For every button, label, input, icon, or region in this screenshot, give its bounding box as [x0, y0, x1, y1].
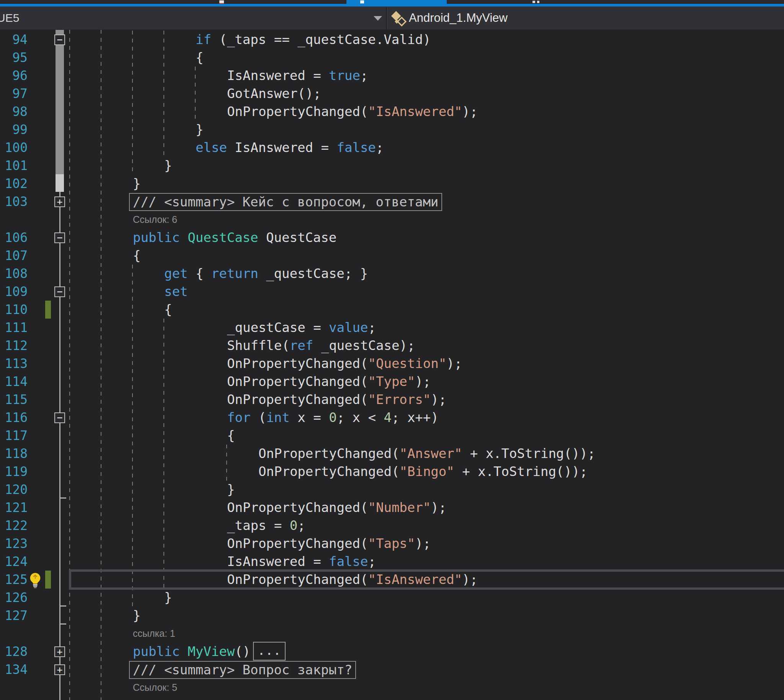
collapsed-body-ellipsis[interactable]: ... — [253, 642, 286, 660]
code-token: _taps = — [227, 518, 290, 533]
code-token: ; x < — [337, 410, 384, 425]
line-number[interactable]: 115 — [0, 391, 28, 408]
fold-collapse-box[interactable]: − — [54, 287, 65, 297]
code-line-text[interactable]: { — [227, 427, 235, 445]
line-number[interactable]: 121 — [0, 498, 28, 517]
line-number[interactable]: 94 — [0, 31, 28, 48]
fold-expand-box[interactable]: + — [54, 197, 65, 207]
code-token — [180, 698, 188, 700]
code-line-text[interactable]: OnPropertyChanged("Answer" + x.ToString(… — [258, 445, 595, 463]
code-line-text[interactable]: OnPropertyChanged("Type"); — [227, 373, 431, 391]
codelens-text[interactable]: Ссылок: 6 — [133, 211, 177, 228]
code-line-text[interactable]: get { return _questCase; } — [164, 265, 368, 283]
code-line-text[interactable]: { — [133, 247, 140, 265]
line-number[interactable]: 103 — [0, 193, 28, 211]
lightbulb-icon[interactable] — [28, 572, 43, 588]
line-number[interactable]: 107 — [0, 247, 28, 265]
line-number[interactable]: 113 — [0, 355, 28, 373]
code-token: ; — [298, 518, 305, 533]
code-token: 0 — [329, 410, 336, 425]
code-line-text[interactable]: } — [196, 121, 203, 138]
project-dropdown[interactable]: UE5 — [0, 7, 19, 29]
code-line-text[interactable]: _questCase = value; — [227, 318, 376, 337]
code-line-text[interactable]: IsAnswered = false; — [227, 553, 376, 570]
code-line-text[interactable]: Shuffle(ref _questCase); — [227, 337, 415, 355]
code-row: 114OnPropertyChanged("Type"); — [0, 373, 784, 391]
code-line-text[interactable]: GotAnswer(); — [227, 85, 321, 103]
code-line-text[interactable]: for (int x = 0; x < 4; x++) — [227, 408, 439, 427]
line-number[interactable]: 128 — [0, 643, 28, 660]
code-line-text[interactable]: { — [196, 48, 203, 67]
class-icon — [391, 10, 407, 27]
line-number[interactable]: 99 — [0, 121, 28, 138]
code-line-text[interactable]: public bool IsAnswered { get; private se… — [133, 697, 478, 700]
line-number[interactable]: 98 — [0, 103, 28, 121]
line-number[interactable]: 108 — [0, 265, 28, 283]
fold-expand-box[interactable]: + — [54, 664, 65, 675]
code-token: ref — [290, 338, 313, 353]
code-line-text[interactable]: if (_taps == _questCase.Valid) — [196, 31, 431, 48]
code-line-text[interactable]: IsAnswered = true; — [227, 67, 368, 85]
line-number[interactable]: 126 — [0, 588, 28, 607]
code-line-text[interactable]: } — [227, 481, 235, 498]
fold-collapse-box[interactable]: − — [54, 412, 65, 423]
fold-collapse-box[interactable]: − — [54, 35, 65, 45]
code-token: Shuffle( — [227, 338, 290, 353]
line-number[interactable]: 119 — [0, 463, 28, 481]
line-number[interactable]: 123 — [0, 535, 28, 553]
code-line-text[interactable]: { — [164, 301, 172, 318]
line-number[interactable]: 134 — [0, 660, 28, 678]
code-line-text[interactable]: public MyView() — [133, 643, 250, 660]
line-number[interactable]: 95 — [0, 48, 28, 67]
line-number[interactable]: 96 — [0, 67, 28, 85]
code-line-text[interactable]: OnPropertyChanged("Taps"); — [227, 535, 431, 553]
line-number[interactable]: 124 — [0, 553, 28, 570]
line-number[interactable]: 118 — [0, 445, 28, 463]
code-line-text[interactable]: OnPropertyChanged("IsAnswered"); — [227, 570, 478, 588]
line-number[interactable]: 120 — [0, 481, 28, 498]
line-number[interactable]: 97 — [0, 85, 28, 103]
code-line-text[interactable]: public QuestCase QuestCase — [133, 228, 336, 247]
line-number[interactable]: 102 — [0, 175, 28, 193]
code-line-text[interactable]: set — [164, 283, 188, 301]
line-number[interactable]: 106 — [0, 228, 28, 247]
code-line-text[interactable]: _taps = 0; — [227, 517, 305, 535]
code-token: OnPropertyChanged( — [227, 536, 368, 551]
code-token: ; — [352, 698, 368, 700]
code-line-text[interactable]: OnPropertyChanged("Errors"); — [227, 391, 446, 408]
code-line-text[interactable]: OnPropertyChanged("Bingo" + x.ToString()… — [258, 463, 588, 481]
code-line-text[interactable]: } — [133, 175, 140, 193]
code-line-text[interactable]: } — [164, 157, 172, 175]
line-number[interactable]: 125 — [0, 570, 28, 588]
collapsed-region-text[interactable]: /// <summary> Кейс с вопросом, ответами — [129, 193, 442, 211]
codelens-text[interactable]: ссылка: 1 — [133, 625, 175, 643]
code-editor[interactable]: 94−if (_taps == _questCase.Valid)95{96Is… — [0, 30, 784, 700]
line-number[interactable]: 137 — [0, 697, 28, 700]
fold-collapse-box[interactable]: − — [54, 232, 65, 243]
line-number[interactable]: 117 — [0, 427, 28, 445]
code-line-text[interactable]: } — [133, 607, 140, 625]
line-number[interactable]: 112 — [0, 337, 28, 355]
line-number[interactable]: 114 — [0, 373, 28, 391]
line-number[interactable]: 122 — [0, 517, 28, 535]
code-line-text[interactable]: OnPropertyChanged("Question"); — [227, 355, 462, 373]
tab-strip[interactable] — [0, 0, 784, 4]
line-number[interactable]: 111 — [0, 318, 28, 337]
code-line-text[interactable]: OnPropertyChanged("IsAnswered"); — [227, 103, 478, 121]
line-number[interactable]: 116 — [0, 408, 28, 427]
line-number[interactable]: 127 — [0, 607, 28, 625]
line-number[interactable]: 109 — [0, 283, 28, 301]
fold-expand-box[interactable]: + — [54, 647, 65, 657]
line-number[interactable]: 100 — [0, 138, 28, 157]
line-number[interactable]: 110 — [0, 301, 28, 318]
code-line-text[interactable]: else IsAnswered = false; — [196, 138, 384, 157]
collapsed-region-text[interactable]: /// <summary> Вопрос закрыт? — [129, 661, 356, 679]
code-token: if — [196, 32, 211, 47]
chevron-down-icon[interactable] — [374, 16, 382, 21]
code-line-text[interactable]: } — [164, 588, 172, 607]
line-number[interactable]: 101 — [0, 157, 28, 175]
codelens-text[interactable]: Ссылок: 5 — [133, 678, 177, 697]
code-row: 137public bool IsAnswered { get; private… — [0, 697, 784, 700]
member-dropdown[interactable]: Android_1.MyView — [409, 7, 508, 29]
code-line-text[interactable]: OnPropertyChanged("Number"); — [227, 498, 446, 517]
